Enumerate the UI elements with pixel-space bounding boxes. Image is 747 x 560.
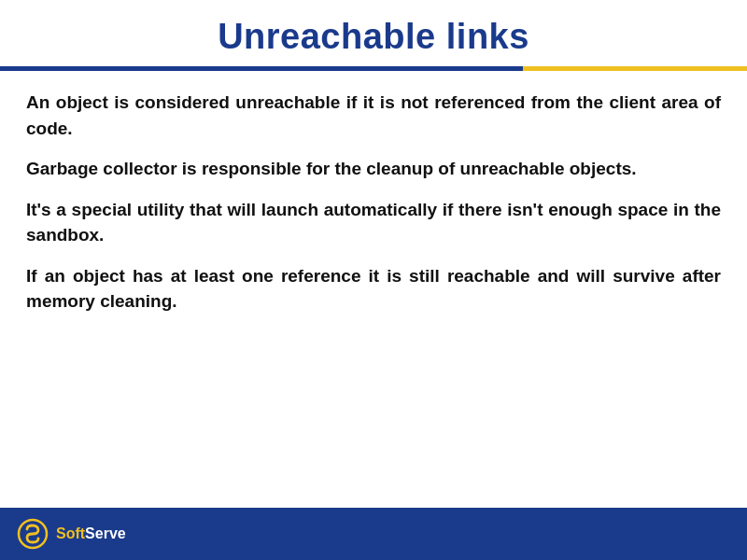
- paragraph-4: If an object has at least one reference …: [26, 263, 721, 315]
- slide-footer: SoftServe: [0, 508, 747, 560]
- slide-header: Unreachable links: [0, 0, 747, 66]
- paragraph-2: Garbage collector is responsible for the…: [26, 156, 721, 182]
- paragraph-3: It's a special utility that will launch …: [26, 197, 721, 248]
- logo-serve: Serve: [85, 525, 126, 541]
- logo-text: SoftServe: [56, 525, 126, 542]
- softserve-logo-icon: [17, 518, 49, 550]
- slide-content: An object is considered unreachable if i…: [0, 71, 747, 508]
- logo-soft: Soft: [56, 525, 85, 541]
- logo: SoftServe: [17, 518, 126, 550]
- slide-title: Unreachable links: [19, 17, 728, 57]
- paragraph-1: An object is considered unreachable if i…: [26, 90, 721, 141]
- slide: Unreachable links An object is considere…: [0, 0, 747, 560]
